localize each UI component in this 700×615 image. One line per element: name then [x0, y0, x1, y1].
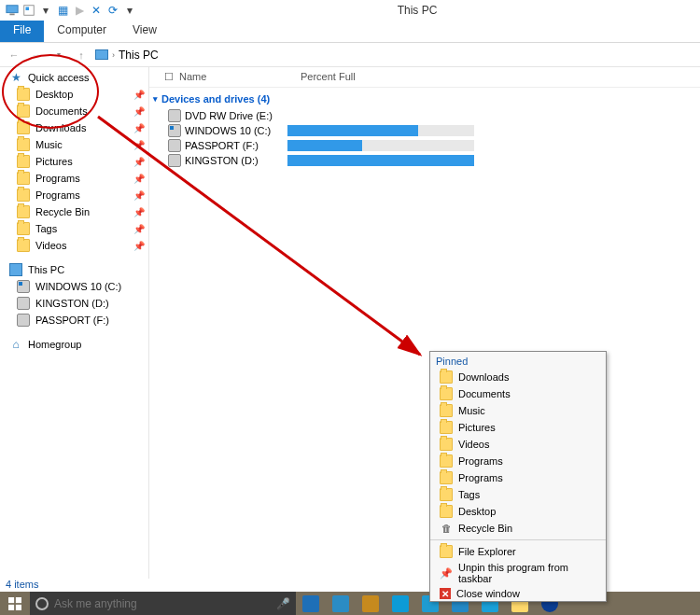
- nav-drive-c[interactable]: WINDOWS 10 (C:): [0, 278, 148, 295]
- drive-row[interactable]: DVD RW Drive (E:): [149, 108, 700, 123]
- svg-rect-5: [8, 597, 14, 603]
- nav-desktop[interactable]: Desktop📌: [0, 86, 148, 103]
- breadcrumb-location[interactable]: This PC: [119, 49, 159, 62]
- pin-icon: 📌: [133, 106, 145, 117]
- forward-icon[interactable]: →: [28, 47, 45, 63]
- jumplist-item[interactable]: Documents: [430, 385, 606, 402]
- nav-programs-2[interactable]: Programs📌: [0, 187, 148, 203]
- jumplist-header: Pinned: [430, 352, 606, 369]
- jumplist-item[interactable]: Programs: [430, 469, 606, 486]
- back-icon[interactable]: ←: [6, 47, 22, 63]
- jumplist-item[interactable]: Videos: [430, 436, 606, 453]
- view-tiles-icon[interactable]: ▦: [54, 2, 71, 19]
- play-icon[interactable]: ▶: [71, 2, 88, 19]
- properties-icon[interactable]: [21, 2, 37, 19]
- tab-view[interactable]: View: [119, 21, 170, 42]
- drive-row[interactable]: KINGSTON (D:): [149, 153, 700, 168]
- jumplist-file-explorer[interactable]: File Explorer: [430, 543, 606, 560]
- star-icon: ★: [9, 71, 22, 84]
- percent-bar: [287, 125, 474, 136]
- folder-icon: [17, 88, 30, 101]
- nav-homegroup[interactable]: ⌂Homegroup: [0, 336, 148, 353]
- cortana-search[interactable]: 🎤: [30, 592, 296, 615]
- svg-rect-7: [8, 604, 14, 609]
- nav-drive-f[interactable]: PASSPORT (F:): [0, 312, 148, 328]
- cortana-icon: [35, 597, 49, 610]
- nav-documents[interactable]: Documents📌: [0, 103, 148, 119]
- jumplist-close[interactable]: ✕Close window: [430, 586, 606, 601]
- jumplist-item[interactable]: 🗑Recycle Bin: [430, 520, 606, 537]
- taskbar-app[interactable]: [296, 592, 326, 615]
- window-titlebar: ▾ ▦ ▶ ✕ ⟳ ▾ This PC: [0, 0, 700, 21]
- percent-bar: [287, 155, 474, 166]
- folder-icon: [17, 155, 30, 168]
- mic-icon[interactable]: 🎤: [276, 597, 290, 610]
- nav-quick-access[interactable]: ★ Quick access: [0, 69, 148, 86]
- recycle-bin-icon: 🗑: [440, 522, 453, 535]
- breadcrumb[interactable]: › This PC: [95, 49, 159, 62]
- nav-pictures[interactable]: Pictures📌: [0, 153, 148, 170]
- nav-downloads[interactable]: Downloads📌: [0, 119, 148, 136]
- qat-menu-icon[interactable]: ▾: [37, 2, 54, 19]
- separator: [430, 539, 606, 540]
- jumplist-item[interactable]: Programs: [430, 453, 606, 469]
- drive-icon: [17, 297, 30, 310]
- nav-tags[interactable]: Tags📌: [0, 220, 148, 237]
- nav-programs[interactable]: Programs📌: [0, 170, 148, 187]
- pin-icon: 📌: [133, 224, 145, 234]
- taskbar-app[interactable]: [356, 592, 385, 615]
- monitor-icon[interactable]: [4, 2, 21, 19]
- jumplist-item[interactable]: Tags: [430, 486, 606, 503]
- recent-icon[interactable]: ▾: [50, 47, 67, 63]
- checkbox-column[interactable]: ☐: [164, 71, 179, 83]
- jumplist-unpin[interactable]: 📌Unpin this program from taskbar: [430, 560, 606, 586]
- folder-icon: [17, 138, 30, 151]
- folder-icon: [440, 370, 453, 384]
- jumplist-item[interactable]: Pictures: [430, 419, 606, 436]
- svg-rect-8: [16, 604, 21, 609]
- nav-this-pc[interactable]: This PC: [0, 261, 148, 278]
- unpin-icon: 📌: [440, 566, 453, 580]
- address-bar: ← → ▾ ↑ › This PC: [0, 43, 700, 67]
- nav-drive-d[interactable]: KINGSTON (D:): [0, 295, 148, 312]
- ribbon: File Computer View: [0, 21, 700, 43]
- cancel-icon[interactable]: ✕: [88, 2, 105, 19]
- column-name[interactable]: Name: [179, 71, 301, 83]
- svg-rect-6: [16, 597, 21, 603]
- nav-videos[interactable]: Videos📌: [0, 237, 148, 254]
- jumplist-item[interactable]: Desktop: [430, 503, 606, 520]
- folder-icon: [440, 488, 453, 501]
- nav-music[interactable]: Music📌: [0, 136, 148, 153]
- drive-row[interactable]: WINDOWS 10 (C:): [149, 123, 700, 138]
- start-button[interactable]: [0, 592, 30, 615]
- jumplist-item[interactable]: Downloads: [430, 369, 606, 385]
- svg-rect-0: [7, 6, 18, 13]
- nav-recycle-bin[interactable]: Recycle Bin📌: [0, 203, 148, 220]
- taskbar-app[interactable]: [385, 592, 415, 615]
- quick-access-toolbar: ▾ ▦ ▶ ✕ ⟳ ▾: [4, 2, 138, 19]
- drive-row[interactable]: PASSPORT (F:): [149, 138, 700, 153]
- folder-icon: [17, 105, 30, 118]
- search-input[interactable]: [54, 597, 271, 610]
- svg-rect-3: [26, 7, 30, 11]
- close-icon: ✕: [440, 588, 451, 599]
- chevron-right-icon: ›: [112, 50, 115, 60]
- jumplist-item[interactable]: Music: [430, 402, 606, 419]
- tab-file[interactable]: File: [0, 21, 44, 42]
- tab-computer[interactable]: Computer: [44, 21, 119, 42]
- content-pane: ☐ Name Percent Full ▾ Devices and drives…: [149, 67, 700, 583]
- group-devices-drives[interactable]: ▾ Devices and drives (4): [149, 88, 700, 108]
- refresh-icon[interactable]: ⟳: [105, 2, 121, 19]
- folder-icon: [17, 121, 30, 134]
- pin-icon: 📌: [133, 90, 145, 100]
- up-icon[interactable]: ↑: [73, 47, 90, 63]
- taskbar-app[interactable]: [326, 592, 356, 615]
- pin-icon: 📌: [133, 207, 145, 217]
- homegroup-icon: ⌂: [9, 338, 22, 351]
- qat-dropdown-icon[interactable]: ▾: [121, 2, 138, 19]
- column-percent[interactable]: Percent Full: [301, 71, 356, 83]
- drive-icon: [168, 154, 181, 167]
- folder-icon: [17, 172, 30, 185]
- folder-icon: [440, 404, 453, 417]
- pin-icon: 📌: [133, 123, 145, 133]
